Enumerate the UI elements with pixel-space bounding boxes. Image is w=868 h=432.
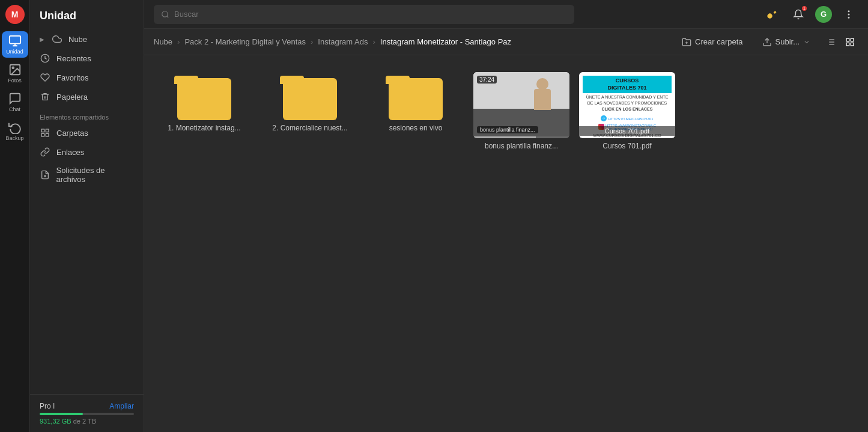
clock-icon [40,53,50,64]
trash-icon [40,91,50,102]
folder-icon-2 [280,72,340,120]
sidebar-title: Unidad [30,5,144,29]
breadcrumb-pack2[interactable]: Pack 2 - Marketing Digital y Ventas [184,37,306,46]
svg-point-14 [848,17,849,18]
svg-rect-24 [846,38,849,41]
video-thumbnail: 37:24 bonus plantilla finanz... [473,72,569,138]
cloud-icon [52,34,62,44]
icon-bar: M Unidad Fotos Chat [0,0,30,432]
sidebar-nav-carpetas[interactable]: Carpetas [30,123,144,142]
grid-view-button[interactable] [842,34,858,50]
pdf-header: CURSOSDIGITALES 701 [583,76,672,93]
storage-text: 931,32 GB de 2 TB [40,418,134,425]
svg-rect-27 [851,43,854,46]
notification-button[interactable]: 1 [789,5,808,24]
list-view-button[interactable] [822,34,839,50]
video-progress-fill [473,136,536,138]
svg-rect-7 [46,133,49,136]
notification-badge: 1 [802,6,807,11]
video-duration: 37:24 [477,76,497,84]
file-name-1: 1. Monetizator instag... [168,124,240,132]
storage-bar-fill [40,413,83,415]
backup-icon [8,121,22,134]
svg-point-13 [848,14,849,15]
upload-button[interactable]: Subir... [755,34,818,50]
drive-icon [8,34,22,47]
create-folder-icon [682,37,691,47]
sidebar-nav-enlaces[interactable]: Enlaces [30,142,144,162]
sidebar-item-chat[interactable]: Chat [2,89,28,115]
folder-icon-3 [386,72,446,120]
user-avatar[interactable]: G [815,6,832,23]
svg-rect-25 [851,38,854,41]
view-toggle [822,34,858,50]
create-folder-button[interactable]: Crear carpeta [675,34,750,50]
ampliar-button[interactable]: Ampliar [109,402,134,410]
svg-rect-4 [41,129,44,132]
breadcrumb-actions: Crear carpeta Subir... [675,34,858,50]
breadcrumb-bar: Nube › Pack 2 - Marketing Digital y Vent… [144,29,868,55]
sidebar-item-photos[interactable]: Fotos [2,60,28,87]
pdf-thumbnail: CURSOSDIGITALES 701 ÚNETE A NUESTRA COMU… [579,72,675,138]
storage-bar [40,413,134,415]
app-avatar[interactable]: M [5,5,25,24]
topbar-actions: 1 G [762,5,858,24]
svg-line-11 [167,16,169,17]
more-menu-button[interactable] [839,5,858,24]
search-input[interactable] [174,10,567,19]
file-name-2: 2. Comercialice nuest... [272,124,347,132]
sidebar-item-drive[interactable]: Unidad [2,31,28,58]
file-name-4: bonus plantilla finanz... [485,142,558,150]
heart-icon [40,72,50,83]
topbar: 1 G [144,0,868,29]
person-silhouette [527,78,557,120]
file-item-folder2[interactable]: 2. Comercialice nuest... [262,67,358,155]
sidebar: Unidad ▶ Nube Recientes Favoritos [30,0,144,432]
upload-icon [762,37,772,47]
file-name-5: Cursos 701.pdf [602,142,651,150]
chevron-icon: ▶ [40,36,44,43]
key-button[interactable] [762,5,782,24]
telegram-icon: ✈ [601,115,607,121]
svg-point-10 [162,11,168,16]
sidebar-nav-papelera[interactable]: Papelera [30,87,144,106]
search-box[interactable] [154,5,574,24]
svg-rect-6 [41,133,44,136]
sidebar-nav-recientes[interactable]: Recientes [30,49,144,68]
file-item-folder3[interactable]: sesiones en vivo [368,67,464,155]
file-grid: 1. Monetizator instag... 2. Comercialice… [144,55,868,432]
breadcrumb-sep-3: › [372,37,375,46]
folder-icon-1 [174,72,234,120]
sidebar-nav-solicitudes[interactable]: Solicitudes de archivos [30,162,144,188]
svg-point-2 [12,67,14,68]
main-content: 1 G Nube › Pack 2 - Marketing Digital y … [144,0,868,432]
chevron-down-icon [803,38,810,46]
breadcrumb-nube[interactable]: Nube [154,37,172,46]
search-icon [161,10,169,19]
file-name-3: sesiones en vivo [389,124,443,132]
breadcrumb-sep-2: › [311,37,313,46]
pdf-body: ÚNETE A NUESTRA COMUNIDAD Y ENTE DE LAS … [585,93,670,113]
breadcrumb-current[interactable]: Instagram Monetizator - Santiago Paz [380,37,511,46]
chat-icon [8,92,22,105]
sidebar-nav-favoritos[interactable]: Favoritos [30,68,144,87]
link-icon [40,147,50,157]
video-bottom-label: bonus plantilla finanz... [477,126,538,133]
video-progress-bar [473,136,569,138]
svg-rect-5 [46,129,49,132]
file-item-video[interactable]: 37:24 bonus plantilla finanz... bonus pl… [473,67,569,155]
breadcrumb-sep-1: › [177,37,180,46]
file-item-pdf[interactable]: CURSOSDIGITALES 701 ÚNETE A NUESTRA COMU… [579,67,675,155]
shared-section-label: Elementos compartidos [30,106,144,123]
file-item-folder1[interactable]: 1. Monetizator instag... [156,67,252,155]
pdf-name-overlay: Cursos 701.pdf [579,126,675,136]
sidebar-storage: Pro I Ampliar 931,32 GB de 2 TB [30,394,144,432]
grid-view-icon [845,37,855,47]
breadcrumb-instaads[interactable]: Instagram Ads [318,37,368,46]
sidebar-item-backup[interactable]: Backup [2,118,28,144]
sidebar-nav-nube[interactable]: ▶ Nube [30,29,144,49]
photos-icon [8,63,22,76]
telegram-link: HTTPS://T.ME/CURSO5701 [608,117,653,121]
svg-rect-26 [846,43,849,46]
list-view-icon [826,37,836,47]
